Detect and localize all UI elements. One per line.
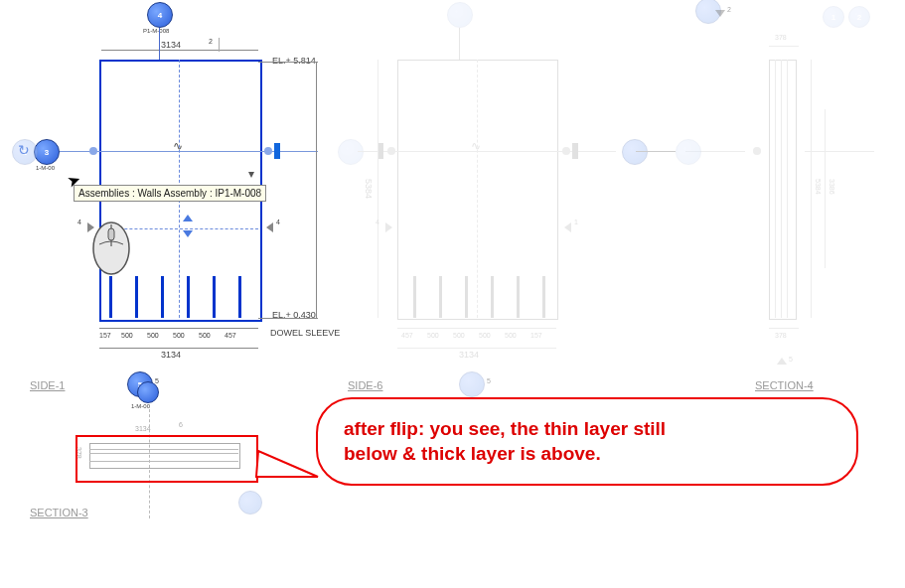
- dim-line: [811, 60, 812, 318]
- dim-spacing: 500: [199, 332, 211, 339]
- title-section-3: SECTION-3: [30, 507, 88, 518]
- dim-spacing: 457: [225, 332, 236, 339]
- dowel-sleeve: [413, 276, 416, 318]
- dim-spacing: 500: [427, 332, 439, 339]
- grid-dot: [264, 147, 272, 155]
- dowel-label: DOWEL SLEEVE: [270, 328, 340, 338]
- cut-marker: [274, 143, 280, 159]
- marker-num: 2: [727, 6, 731, 13]
- dim-spacing: 500: [173, 332, 185, 339]
- elev-top: EL.+ 5.814: [272, 56, 316, 66]
- section-callout-faded: 2: [848, 6, 870, 28]
- annotation-line1: after flip: you see, the thin layer stil…: [344, 417, 830, 442]
- dim-spacing: 457: [401, 332, 413, 339]
- section-callout-faded: [622, 139, 648, 165]
- dowel-sleeve: [439, 276, 442, 318]
- callout-line: [159, 28, 160, 60]
- dowel-sleeve: [491, 276, 494, 318]
- callout-number: 1: [23, 148, 27, 157]
- grid-dot: [562, 147, 570, 155]
- triangle-marker: [564, 222, 571, 232]
- dim-spacing: 500: [453, 332, 465, 339]
- title-side-1: SIDE-1: [30, 379, 65, 391]
- dim-spacing: 500: [147, 332, 159, 339]
- view-side-6[interactable]: ∿ 5384 4 1 457 500 500 500 500 157 3134: [348, 20, 626, 377]
- flip-arrow-up: [183, 215, 193, 221]
- cut-marker: [572, 143, 578, 159]
- dim-width-bottom: 3134: [459, 350, 479, 360]
- section-line-h: [805, 151, 874, 152]
- dim-spacing: 157: [99, 332, 111, 339]
- dim-spacing: 500: [479, 332, 491, 339]
- section-callout-faded: [338, 139, 364, 165]
- section-callout-4[interactable]: 4: [147, 2, 173, 28]
- section-callout-1[interactable]: 1: [12, 139, 38, 165]
- dowel-sleeve: [135, 276, 138, 318]
- dim-line: [99, 348, 258, 349]
- callout-number: 2: [857, 13, 861, 22]
- section-callout-faded: [447, 2, 473, 28]
- dim-line: [769, 46, 799, 47]
- dim-spacing: 157: [530, 332, 542, 339]
- dowel-sleeve: [465, 276, 468, 318]
- flip-arrow-down: [183, 230, 193, 237]
- dim-height: 5384: [364, 179, 374, 199]
- marker-num: 5: [487, 377, 491, 384]
- red-highlight-box: [75, 435, 258, 483]
- triangle-marker: [715, 10, 725, 17]
- dowel-sleeve: [542, 276, 545, 318]
- callout-sheet: P1-M-008: [143, 28, 169, 34]
- panel-outline: [397, 60, 558, 320]
- dim-line: [258, 318, 318, 319]
- level-marker-icon: ▾: [248, 167, 254, 181]
- dim-spacing: 500: [505, 332, 517, 339]
- dowel-sleeve: [517, 276, 520, 318]
- dowel-sleeve: [109, 276, 112, 318]
- callout-sheet: 1-M-00: [131, 403, 150, 409]
- dim-line: [397, 348, 556, 349]
- annotation-line2: below & thick layer is above.: [344, 442, 830, 467]
- dim-spacing: 500: [121, 332, 133, 339]
- dim-line: [769, 328, 799, 329]
- dim-width-top: 3134: [161, 40, 181, 50]
- tooltip-text: Assemblies : Walls Assembly : IP1-M-008: [78, 188, 261, 199]
- annotation-bubble: after flip: you see, the thin layer stil…: [316, 397, 858, 486]
- dim-line: [258, 62, 318, 63]
- view-side-1[interactable]: 3134 2 4 P1-M-008 3 ↻ 1-M-00 ∿ 4 4: [50, 20, 328, 377]
- marker-num: 5: [789, 356, 793, 363]
- triangle-marker: [385, 222, 392, 232]
- callout-sheet: 1-M-00: [36, 165, 55, 171]
- layer-line: [775, 60, 776, 318]
- callout-line: [459, 28, 460, 60]
- svg-rect-2: [108, 228, 114, 240]
- dowel-sleeve: [213, 276, 216, 318]
- section-line-h: [636, 151, 676, 152]
- marker-num: 5: [155, 377, 159, 384]
- dim-line: [397, 328, 556, 329]
- callout-number: 3: [45, 148, 49, 157]
- section-outline: [769, 60, 797, 320]
- section-callout-3b[interactable]: [137, 381, 159, 403]
- break-symbol: ∿: [471, 139, 481, 153]
- dim-width-bottom: 3134: [161, 350, 181, 360]
- grid-dot: [387, 147, 395, 155]
- dowel-sleeve: [238, 276, 241, 318]
- dim-height: 5384: [815, 179, 822, 195]
- tooltip: Assemblies : Walls Assembly : IP1-M-008: [74, 185, 266, 202]
- section-line-v: [477, 60, 478, 318]
- svg-marker-3: [256, 451, 318, 477]
- marker-num: 4: [77, 219, 81, 225]
- layer-line: [787, 60, 788, 318]
- callout-number: 4: [158, 11, 162, 20]
- triangle-marker: [266, 222, 273, 232]
- view-section-4[interactable]: 378 5384 3386 378 5 1 2: [676, 20, 884, 377]
- triangle-marker: [777, 358, 787, 365]
- section-callout-faded: 1: [823, 6, 844, 28]
- mouse-icon: [89, 219, 133, 278]
- grid-dot: [753, 147, 761, 155]
- title-section-4: SECTION-4: [755, 379, 814, 391]
- grid-dot: [89, 147, 97, 155]
- dowel-sleeve: [187, 276, 190, 318]
- marker-top: 2: [209, 38, 213, 45]
- marker-num: 1: [574, 219, 578, 225]
